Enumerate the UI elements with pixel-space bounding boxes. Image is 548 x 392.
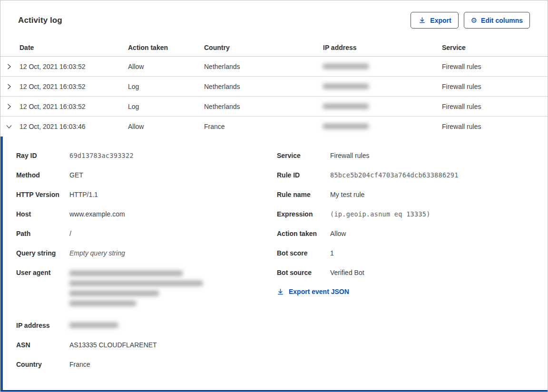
detail-label: Query string	[16, 248, 69, 258]
detail-row: Bot score 1	[277, 248, 548, 258]
export-event-json-link[interactable]: Export event JSON	[277, 288, 349, 295]
column-header-date: Date	[20, 44, 128, 51]
topbar: Activity log Export ⚙ Edit columns	[0, 0, 548, 39]
detail-value: www.example.com	[69, 209, 212, 219]
detail-row: Service Firewall rules	[277, 151, 548, 160]
redacted-user-agent-line	[69, 301, 136, 306]
detail-label: Action taken	[277, 229, 330, 238]
row-action-taken: Log	[128, 103, 204, 110]
detail-label: Method	[16, 170, 69, 180]
detail-label: Bot source	[277, 268, 330, 277]
redacted-user-agent-line	[69, 271, 183, 276]
row-service: Firewall rules	[442, 63, 548, 70]
detail-row: User agent	[16, 268, 277, 311]
download-icon	[418, 16, 426, 25]
detail-value: 85bce5b204cf4703a764dcb633886291	[330, 170, 473, 180]
detail-value: HTTP/1.1	[69, 190, 212, 199]
column-header-service: Service	[442, 44, 548, 51]
row-date: 12 Oct, 2021 16:03:52	[20, 63, 128, 70]
detail-value	[69, 268, 212, 311]
row-country: France	[204, 123, 323, 130]
table-row[interactable]: 12 Oct, 2021 16:03:52 Log Netherlands Fi…	[0, 77, 548, 97]
row-ip-address	[323, 123, 442, 130]
detail-right-column: Service Firewall rules Rule ID 85bce5b20…	[277, 151, 548, 297]
detail-label: User agent	[16, 268, 69, 311]
detail-label: Expression	[277, 209, 330, 219]
detail-value: Empty query string	[69, 248, 212, 258]
page-title: Activity log	[18, 16, 62, 25]
gear-icon: ⚙	[471, 17, 477, 24]
detail-label: Ray ID	[16, 151, 69, 160]
detail-value: GET	[69, 170, 212, 180]
redacted-ip-value	[323, 124, 369, 129]
chevron-right-icon[interactable]	[5, 62, 13, 71]
detail-row: HTTP Version HTTP/1.1	[16, 190, 277, 199]
detail-value: /	[69, 229, 212, 238]
detail-row: Country France	[16, 360, 277, 369]
detail-value: AS13335 CLOUDFLARENET	[69, 340, 212, 350]
detail-label: Service	[277, 151, 330, 160]
redacted-ip-value	[69, 323, 118, 328]
row-service: Firewall rules	[442, 123, 548, 130]
table-body: 12 Oct, 2021 16:03:52 Allow Netherlands …	[0, 57, 548, 137]
table-row[interactable]: 12 Oct, 2021 16:03:46 Allow France Firew…	[0, 117, 548, 137]
export-button[interactable]: Export	[411, 12, 458, 29]
chevron-right-icon[interactable]	[5, 82, 13, 91]
activity-log-page: Activity log Export ⚙ Edit columns Date …	[0, 0, 548, 392]
row-ip-address	[323, 103, 442, 110]
detail-label: Bot score	[277, 248, 330, 258]
row-ip-address	[323, 63, 442, 70]
detail-label: IP address	[16, 321, 69, 330]
row-date: 12 Oct, 2021 16:03:52	[20, 103, 128, 110]
row-action-taken: Log	[128, 83, 204, 90]
column-header-ip-address: IP address	[323, 44, 442, 51]
edit-columns-button-label: Edit columns	[481, 17, 523, 24]
detail-value: (ip.geoip.asnum eq 13335)	[330, 209, 473, 219]
chevron-right-icon[interactable]	[5, 102, 13, 111]
row-country: Netherlands	[204, 83, 323, 90]
table-header-row: Date Action taken Country IP address Ser…	[0, 39, 548, 57]
table-row[interactable]: 12 Oct, 2021 16:03:52 Log Netherlands Fi…	[0, 97, 548, 117]
redacted-ip-value	[323, 104, 369, 109]
detail-value: Firewall rules	[330, 151, 473, 160]
detail-value: Allow	[330, 229, 473, 238]
row-country: Netherlands	[204, 63, 323, 70]
redacted-user-agent-line	[69, 291, 159, 296]
detail-label: Country	[16, 360, 69, 369]
activity-table: Date Action taken Country IP address Ser…	[0, 39, 548, 137]
redacted-ip-value	[323, 64, 369, 69]
row-date: 12 Oct, 2021 16:03:52	[20, 83, 128, 90]
detail-label: Host	[16, 209, 69, 219]
detail-label: ASN	[16, 340, 69, 350]
detail-row: Expression (ip.geoip.asnum eq 13335)	[277, 209, 548, 219]
row-country: Netherlands	[204, 103, 323, 110]
detail-value	[69, 321, 212, 330]
detail-label: HTTP Version	[16, 190, 69, 199]
redacted-ip-value	[323, 84, 369, 89]
row-date: 12 Oct, 2021 16:03:46	[20, 123, 128, 130]
detail-row: Host www.example.com	[16, 209, 277, 219]
detail-value: My test rule	[330, 190, 473, 199]
detail-value: 69d13783ac393322	[69, 151, 212, 160]
event-detail-panel: Ray ID 69d13783ac393322 Method GET HTTP …	[0, 137, 548, 392]
detail-value: Verified Bot	[330, 268, 473, 277]
download-icon	[277, 288, 284, 295]
column-header-action-taken: Action taken	[128, 44, 204, 51]
toolbar: Export ⚙ Edit columns	[411, 12, 530, 29]
detail-label: Path	[16, 229, 69, 238]
table-row[interactable]: 12 Oct, 2021 16:03:52 Allow Netherlands …	[0, 57, 548, 77]
edit-columns-button[interactable]: ⚙ Edit columns	[464, 12, 530, 29]
detail-row: ASN AS13335 CLOUDFLARENET	[16, 340, 277, 350]
detail-row: IP address	[16, 321, 277, 330]
detail-row: Path /	[16, 229, 277, 238]
detail-row: Rule ID 85bce5b204cf4703a764dcb633886291	[277, 170, 548, 180]
chevron-down-icon[interactable]	[5, 122, 13, 131]
detail-label: Rule name	[277, 190, 330, 199]
row-service: Firewall rules	[442, 83, 548, 90]
detail-value: France	[69, 360, 212, 369]
detail-row: Rule name My test rule	[277, 190, 548, 199]
row-action-taken: Allow	[128, 63, 204, 70]
row-action-taken: Allow	[128, 123, 204, 130]
detail-row: Bot source Verified Bot	[277, 268, 548, 277]
export-button-label: Export	[430, 17, 451, 24]
